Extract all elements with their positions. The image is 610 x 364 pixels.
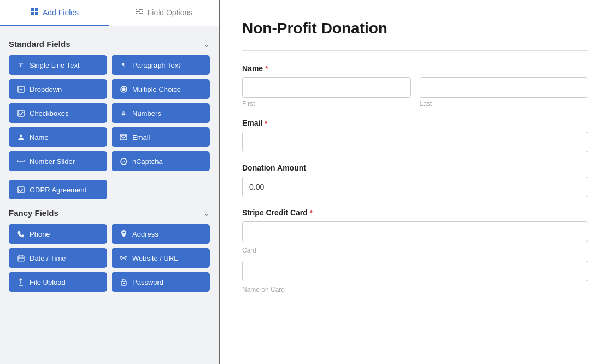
standard-fields-grid: T Single Line Text ¶ Paragraph Text Drop… [9, 55, 210, 171]
numbers-icon: # [119, 109, 128, 118]
password-icon [119, 278, 128, 286]
tab-add-fields-label: Add Fields [43, 8, 79, 17]
standard-fields-chevron[interactable]: ⌄ [203, 40, 210, 49]
donation-input[interactable] [242, 177, 588, 197]
name-inputs-row: First Last [242, 77, 588, 108]
field-btn-address[interactable]: Address [112, 224, 210, 244]
single-line-text-icon: T [16, 61, 25, 69]
standard-fields-title: Standard Fields [9, 39, 71, 49]
svg-rect-22 [18, 256, 24, 261]
tabs-bar: Add Fields Field Options [0, 0, 219, 26]
donation-label: Donation Amount [242, 163, 588, 172]
svg-rect-21 [18, 187, 24, 193]
svg-rect-2 [31, 12, 34, 15]
svg-point-7 [137, 8, 139, 10]
svg-point-9 [137, 13, 139, 15]
field-btn-numbers[interactable]: # Numbers [112, 103, 210, 123]
svg-rect-3 [35, 12, 38, 15]
fancy-fields-title: Fancy Fields [9, 208, 58, 218]
name-icon [16, 133, 25, 142]
svg-text:?: ? [122, 160, 125, 165]
stripe-name-on-card-label: Name on Card [242, 286, 588, 293]
field-btn-single-line-text[interactable]: T Single Line Text [9, 55, 107, 75]
website-url-icon [119, 254, 128, 262]
field-btn-date-time[interactable]: Date / Time [9, 248, 107, 268]
gdpr-icon [16, 185, 25, 194]
name-label: Name * [242, 64, 588, 73]
svg-rect-13 [18, 110, 24, 116]
svg-point-8 [140, 10, 142, 13]
svg-point-29 [123, 283, 124, 284]
form-field-donation: Donation Amount [242, 163, 588, 197]
fields-content: Standard Fields ⌄ T Single Line Text ¶ P… [0, 26, 219, 364]
dropdown-icon [16, 85, 25, 93]
name-first-input[interactable] [242, 77, 411, 98]
name-required: * [265, 64, 268, 73]
grid-icon [31, 8, 38, 17]
stripe-card-input[interactable] [242, 221, 588, 242]
name-first-label: First [242, 100, 411, 108]
field-btn-email[interactable]: Email [112, 127, 210, 147]
name-last-label: Last [420, 100, 589, 108]
stripe-name-on-card-input[interactable] [242, 261, 588, 281]
field-btn-hcaptcha[interactable]: ? hCaptcha [112, 151, 210, 171]
form-field-stripe: Stripe Credit Card * Card Name on Card [242, 208, 588, 293]
paragraph-text-icon: ¶ [119, 61, 128, 69]
file-upload-icon [16, 278, 25, 286]
hcaptcha-icon: ? [119, 157, 128, 166]
field-btn-multiple-choice[interactable]: Multiple Choice [112, 79, 210, 99]
phone-icon [16, 230, 25, 238]
email-icon [119, 133, 128, 142]
svg-rect-10 [18, 86, 24, 92]
field-btn-paragraph-text[interactable]: ¶ Paragraph Text [112, 55, 210, 75]
left-panel: Add Fields Field Options Standard Fields… [0, 0, 219, 364]
tab-field-options-label: Field Options [148, 8, 192, 17]
sliders-icon [136, 8, 143, 17]
fancy-fields-header: Fancy Fields ⌄ [9, 208, 210, 218]
svg-rect-0 [31, 8, 34, 11]
tab-field-options[interactable]: Field Options [109, 0, 219, 26]
stripe-required: * [310, 209, 313, 217]
checkboxes-icon [16, 109, 25, 118]
multiple-choice-icon [119, 85, 128, 93]
form-field-email: Email * [242, 119, 588, 152]
svg-point-14 [20, 134, 22, 137]
field-btn-gdpr[interactable]: GDPR Agreement [9, 180, 107, 199]
field-btn-password[interactable]: Password [112, 272, 210, 292]
standard-fields-header: Standard Fields ⌄ [9, 39, 210, 49]
svg-point-12 [122, 88, 125, 91]
tab-add-fields[interactable]: Add Fields [0, 0, 109, 26]
field-btn-website-url[interactable]: Website / URL [112, 248, 210, 268]
form-title: Non-Profit Donation [242, 20, 588, 37]
fancy-fields-grid: Phone Address Date / Time Website / URL [9, 224, 210, 292]
email-input[interactable] [242, 132, 588, 152]
field-btn-dropdown[interactable]: Dropdown [9, 79, 107, 99]
field-btn-number-slider[interactable]: Number Slider [9, 151, 107, 171]
svg-rect-1 [35, 8, 38, 11]
stripe-label: Stripe Credit Card * [242, 208, 588, 217]
fancy-fields-chevron[interactable]: ⌄ [203, 209, 210, 218]
name-last-input[interactable] [420, 77, 589, 98]
date-time-icon [16, 254, 25, 262]
field-btn-checkboxes[interactable]: Checkboxes [9, 103, 107, 123]
email-required: * [265, 119, 267, 127]
email-label: Email * [242, 119, 588, 127]
address-icon [119, 230, 128, 238]
field-btn-phone[interactable]: Phone [9, 224, 107, 244]
field-btn-file-upload[interactable]: File Upload [9, 272, 107, 292]
form-divider [242, 50, 588, 51]
right-panel: Non-Profit Donation Name * First Last Em… [219, 0, 610, 364]
number-slider-icon [16, 157, 25, 166]
field-btn-name[interactable]: Name [9, 127, 107, 147]
stripe-card-label: Card [242, 246, 588, 254]
form-field-name: Name * First Last [242, 64, 588, 108]
